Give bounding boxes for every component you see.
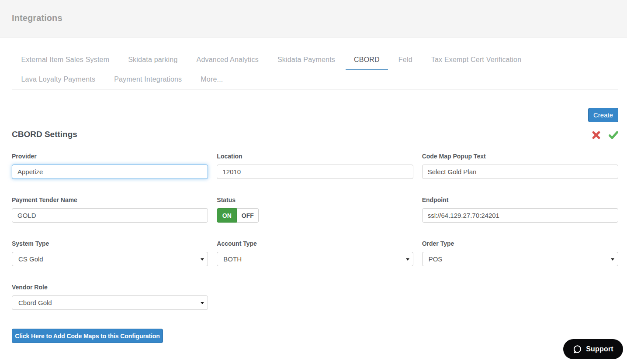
chat-bubble-icon <box>573 345 582 354</box>
field-account-type: Account Type BOTH <box>217 240 413 266</box>
caret-down-icon <box>406 258 409 261</box>
caret-down-icon <box>201 258 204 261</box>
tab-tax-exempt-cert-verification[interactable]: Tax Exempt Cert Verification <box>423 50 530 69</box>
create-button[interactable]: Create <box>588 108 618 122</box>
order-type-value: POS <box>429 255 443 263</box>
section-title: CBORD Settings <box>12 130 77 139</box>
section-actions <box>591 131 618 141</box>
provider-input[interactable] <box>12 165 208 179</box>
tab-skidata-payments[interactable]: Skidata Payments <box>269 50 343 69</box>
check-icon <box>609 131 618 141</box>
add-code-maps-button[interactable]: Click Here to Add Code Maps to this Conf… <box>12 329 163 343</box>
support-label: Support <box>586 345 613 353</box>
x-icon <box>592 131 600 141</box>
provider-label: Provider <box>12 153 208 160</box>
tab-cbord[interactable]: CBORD <box>346 50 388 69</box>
field-system-type: System Type CS Gold <box>12 240 208 266</box>
cancel-button[interactable] <box>591 131 601 141</box>
field-vendor-role: Vendor Role Cbord Gold <box>12 284 208 310</box>
tab-lava-loyalty-payments[interactable]: Lava Loyalty Payments <box>13 69 104 89</box>
endpoint-label: Endpoint <box>422 196 618 204</box>
tab-skidata-parking[interactable]: Skidata parking <box>120 50 186 69</box>
page-header: Integrations <box>0 0 627 38</box>
tab-payment-integrations[interactable]: Payment Integrations <box>106 69 190 89</box>
order-type-label: Order Type <box>422 240 618 247</box>
field-code-map-popup-text: Code Map Popup Text <box>422 153 618 179</box>
tab-more[interactable]: More... <box>192 69 231 89</box>
system-type-label: System Type <box>12 240 208 247</box>
code-map-popup-text-input[interactable] <box>422 165 618 179</box>
location-label: Location <box>217 153 413 160</box>
order-type-select[interactable]: POS <box>422 252 618 266</box>
caret-down-icon <box>201 302 204 304</box>
status-on-button[interactable]: ON <box>217 208 237 223</box>
system-type-value: CS Gold <box>18 255 43 263</box>
code-map-popup-text-label: Code Map Popup Text <box>422 153 618 160</box>
caret-down-icon <box>611 258 614 261</box>
toolbar: Create <box>12 108 618 122</box>
support-button[interactable]: Support <box>563 339 623 359</box>
status-toggle: ON OFF <box>217 208 259 223</box>
tab-feld[interactable]: Feld <box>390 50 421 69</box>
account-type-label: Account Type <box>217 240 413 247</box>
account-type-select[interactable]: BOTH <box>217 252 413 266</box>
system-type-select[interactable]: CS Gold <box>12 252 208 266</box>
endpoint-input[interactable] <box>422 208 618 223</box>
confirm-button[interactable] <box>609 131 618 141</box>
payment-tender-name-label: Payment Tender Name <box>12 196 208 204</box>
status-label: Status <box>217 196 413 204</box>
field-payment-tender-name: Payment Tender Name <box>12 196 208 223</box>
field-location: Location <box>217 153 413 179</box>
status-off-button[interactable]: OFF <box>237 208 259 223</box>
location-input[interactable] <box>217 165 413 179</box>
tab-bar: External Item Sales System Skidata parki… <box>12 50 618 89</box>
vendor-role-value: Cbord Gold <box>18 299 52 306</box>
vendor-role-select[interactable]: Cbord Gold <box>12 295 208 310</box>
field-endpoint: Endpoint <box>422 196 618 223</box>
account-type-value: BOTH <box>223 255 242 263</box>
page-title: Integrations <box>12 13 62 23</box>
cbord-settings-form: Provider Location Code Map Popup Text Pa… <box>12 153 618 310</box>
payment-tender-name-input[interactable] <box>12 208 208 223</box>
field-status: Status ON OFF <box>217 196 413 223</box>
section-heading-row: CBORD Settings <box>12 129 618 140</box>
field-provider: Provider <box>12 153 208 179</box>
vendor-role-label: Vendor Role <box>12 284 208 291</box>
tab-external-item-sales-system[interactable]: External Item Sales System <box>13 50 118 69</box>
field-order-type: Order Type POS <box>422 240 618 266</box>
content: External Item Sales System Skidata parki… <box>12 50 618 343</box>
tab-advanced-analytics[interactable]: Advanced Analytics <box>188 50 267 69</box>
